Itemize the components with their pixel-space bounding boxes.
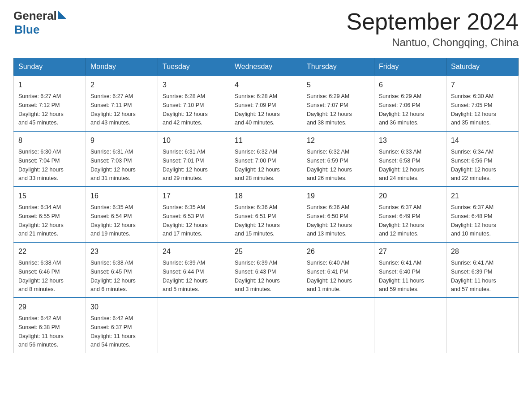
week-row-4: 22 Sunrise: 6:38 AMSunset: 6:46 PMDaylig… bbox=[14, 242, 519, 298]
day-number: 30 bbox=[90, 302, 153, 313]
weekday-header-wednesday: Wednesday bbox=[230, 58, 302, 76]
day-info: Sunrise: 6:29 AMSunset: 7:07 PMDaylight:… bbox=[307, 93, 352, 126]
calendar-cell: 19 Sunrise: 6:36 AMSunset: 6:50 PMDaylig… bbox=[302, 187, 374, 242]
day-number: 26 bbox=[307, 246, 369, 257]
day-number: 14 bbox=[451, 135, 514, 146]
calendar-cell: 22 Sunrise: 6:38 AMSunset: 6:46 PMDaylig… bbox=[14, 242, 86, 298]
day-info: Sunrise: 6:39 AMSunset: 6:43 PMDaylight:… bbox=[235, 260, 280, 292]
day-number: 5 bbox=[307, 80, 369, 90]
day-number: 9 bbox=[90, 135, 153, 146]
day-info: Sunrise: 6:36 AMSunset: 6:51 PMDaylight:… bbox=[235, 204, 280, 237]
day-info: Sunrise: 6:36 AMSunset: 6:50 PMDaylight:… bbox=[307, 204, 352, 237]
day-number: 20 bbox=[379, 191, 442, 201]
day-number: 4 bbox=[235, 80, 297, 90]
day-number: 13 bbox=[379, 135, 442, 146]
day-number: 16 bbox=[90, 191, 153, 201]
day-info: Sunrise: 6:35 AMSunset: 6:54 PMDaylight:… bbox=[90, 204, 136, 237]
day-info: Sunrise: 6:31 AMSunset: 7:03 PMDaylight:… bbox=[90, 149, 136, 181]
logo-arrow-icon bbox=[58, 11, 66, 19]
day-number: 17 bbox=[163, 191, 225, 201]
calendar-cell: 30 Sunrise: 6:42 AMSunset: 6:37 PMDaylig… bbox=[86, 298, 158, 353]
calendar-cell: 2 Sunrise: 6:27 AMSunset: 7:11 PMDayligh… bbox=[86, 76, 158, 131]
day-number: 24 bbox=[163, 246, 225, 257]
day-number: 27 bbox=[379, 246, 442, 257]
week-row-3: 15 Sunrise: 6:34 AMSunset: 6:55 PMDaylig… bbox=[14, 187, 519, 242]
calendar-cell: 7 Sunrise: 6:30 AMSunset: 7:05 PMDayligh… bbox=[446, 76, 519, 131]
calendar-cell: 24 Sunrise: 6:39 AMSunset: 6:44 PMDaylig… bbox=[158, 242, 230, 298]
day-number: 7 bbox=[451, 80, 514, 90]
weekday-header-saturday: Saturday bbox=[446, 58, 519, 76]
day-number: 3 bbox=[163, 80, 225, 90]
day-number: 8 bbox=[18, 135, 81, 146]
day-info: Sunrise: 6:27 AMSunset: 7:11 PMDaylight:… bbox=[90, 93, 136, 126]
day-number: 15 bbox=[18, 191, 81, 201]
day-info: Sunrise: 6:32 AMSunset: 6:59 PMDaylight:… bbox=[307, 149, 352, 181]
day-info: Sunrise: 6:33 AMSunset: 6:58 PMDaylight:… bbox=[379, 149, 424, 181]
weekday-header-tuesday: Tuesday bbox=[158, 58, 230, 76]
calendar-month-year: September 2024 bbox=[347, 9, 519, 34]
calendar-cell: 20 Sunrise: 6:37 AMSunset: 6:49 PMDaylig… bbox=[374, 187, 446, 242]
day-info: Sunrise: 6:35 AMSunset: 6:53 PMDaylight:… bbox=[163, 204, 208, 237]
day-number: 29 bbox=[18, 302, 81, 313]
calendar-cell: 8 Sunrise: 6:30 AMSunset: 7:04 PMDayligh… bbox=[14, 131, 86, 187]
logo-blue-text: Blue bbox=[14, 23, 39, 37]
calendar-cell bbox=[374, 298, 446, 353]
day-number: 22 bbox=[18, 246, 81, 257]
day-info: Sunrise: 6:30 AMSunset: 7:04 PMDaylight:… bbox=[18, 149, 64, 181]
day-info: Sunrise: 6:28 AMSunset: 7:10 PMDaylight:… bbox=[163, 93, 208, 126]
calendar-cell: 16 Sunrise: 6:35 AMSunset: 6:54 PMDaylig… bbox=[86, 187, 158, 242]
calendar-cell: 28 Sunrise: 6:41 AMSunset: 6:39 PMDaylig… bbox=[446, 242, 519, 298]
day-info: Sunrise: 6:41 AMSunset: 6:39 PMDaylight:… bbox=[451, 260, 496, 292]
calendar-cell: 14 Sunrise: 6:34 AMSunset: 6:56 PMDaylig… bbox=[446, 131, 519, 187]
calendar-cell: 12 Sunrise: 6:32 AMSunset: 6:59 PMDaylig… bbox=[302, 131, 374, 187]
logo-general-text: General bbox=[13, 9, 57, 23]
calendar-cell: 21 Sunrise: 6:37 AMSunset: 6:48 PMDaylig… bbox=[446, 187, 519, 242]
day-info: Sunrise: 6:34 AMSunset: 6:55 PMDaylight:… bbox=[18, 204, 64, 237]
day-number: 28 bbox=[451, 246, 514, 257]
calendar-cell: 4 Sunrise: 6:28 AMSunset: 7:09 PMDayligh… bbox=[230, 76, 302, 131]
day-info: Sunrise: 6:40 AMSunset: 6:41 PMDaylight:… bbox=[307, 260, 352, 292]
week-row-2: 8 Sunrise: 6:30 AMSunset: 7:04 PMDayligh… bbox=[14, 131, 519, 187]
calendar-cell: 11 Sunrise: 6:32 AMSunset: 7:00 PMDaylig… bbox=[230, 131, 302, 187]
day-number: 12 bbox=[307, 135, 369, 146]
day-number: 2 bbox=[90, 80, 153, 90]
calendar-cell: 5 Sunrise: 6:29 AMSunset: 7:07 PMDayligh… bbox=[302, 76, 374, 131]
day-info: Sunrise: 6:38 AMSunset: 6:45 PMDaylight:… bbox=[90, 260, 136, 292]
calendar-title-area: September 2024 Nantuo, Chongqing, China bbox=[347, 9, 519, 49]
day-info: Sunrise: 6:31 AMSunset: 7:01 PMDaylight:… bbox=[163, 149, 208, 181]
calendar-table: SundayMondayTuesdayWednesdayThursdayFrid… bbox=[13, 58, 519, 353]
calendar-cell: 15 Sunrise: 6:34 AMSunset: 6:55 PMDaylig… bbox=[14, 187, 86, 242]
calendar-cell: 6 Sunrise: 6:29 AMSunset: 7:06 PMDayligh… bbox=[374, 76, 446, 131]
calendar-cell: 23 Sunrise: 6:38 AMSunset: 6:45 PMDaylig… bbox=[86, 242, 158, 298]
day-number: 10 bbox=[163, 135, 225, 146]
calendar-cell bbox=[158, 298, 230, 353]
calendar-location: Nantuo, Chongqing, China bbox=[347, 36, 519, 49]
day-number: 1 bbox=[18, 80, 81, 90]
calendar-cell: 13 Sunrise: 6:33 AMSunset: 6:58 PMDaylig… bbox=[374, 131, 446, 187]
calendar-cell: 9 Sunrise: 6:31 AMSunset: 7:03 PMDayligh… bbox=[86, 131, 158, 187]
logo: General Blue bbox=[13, 9, 66, 37]
day-number: 6 bbox=[379, 80, 442, 90]
day-info: Sunrise: 6:30 AMSunset: 7:05 PMDaylight:… bbox=[451, 93, 496, 126]
calendar-cell: 10 Sunrise: 6:31 AMSunset: 7:01 PMDaylig… bbox=[158, 131, 230, 187]
day-number: 21 bbox=[451, 191, 514, 201]
day-info: Sunrise: 6:37 AMSunset: 6:49 PMDaylight:… bbox=[379, 204, 424, 237]
week-row-1: 1 Sunrise: 6:27 AMSunset: 7:12 PMDayligh… bbox=[14, 76, 519, 131]
day-number: 19 bbox=[307, 191, 369, 201]
day-info: Sunrise: 6:27 AMSunset: 7:12 PMDaylight:… bbox=[18, 93, 64, 126]
page-header: General Blue September 2024 Nantuo, Chon… bbox=[13, 9, 519, 49]
weekday-header-sunday: Sunday bbox=[14, 58, 86, 76]
calendar-cell: 18 Sunrise: 6:36 AMSunset: 6:51 PMDaylig… bbox=[230, 187, 302, 242]
week-row-5: 29 Sunrise: 6:42 AMSunset: 6:38 PMDaylig… bbox=[14, 298, 519, 353]
calendar-cell: 27 Sunrise: 6:41 AMSunset: 6:40 PMDaylig… bbox=[374, 242, 446, 298]
day-info: Sunrise: 6:39 AMSunset: 6:44 PMDaylight:… bbox=[163, 260, 208, 292]
day-number: 25 bbox=[235, 246, 297, 257]
calendar-cell: 17 Sunrise: 6:35 AMSunset: 6:53 PMDaylig… bbox=[158, 187, 230, 242]
calendar-cell bbox=[230, 298, 302, 353]
calendar-cell bbox=[302, 298, 374, 353]
day-info: Sunrise: 6:37 AMSunset: 6:48 PMDaylight:… bbox=[451, 204, 496, 237]
weekday-header-friday: Friday bbox=[374, 58, 446, 76]
weekday-header-thursday: Thursday bbox=[302, 58, 374, 76]
day-info: Sunrise: 6:34 AMSunset: 6:56 PMDaylight:… bbox=[451, 149, 496, 181]
weekday-header-monday: Monday bbox=[86, 58, 158, 76]
